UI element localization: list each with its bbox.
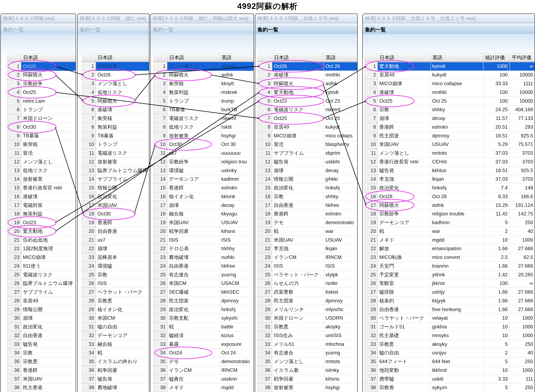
cell-ja[interactable]: 戦争回避 [167, 227, 220, 236]
window-titlebar[interactable]: 検索[４９９２阿蘇.sea] [1, 14, 76, 23]
cell-stat[interactable]: 2 [483, 349, 510, 357]
cell-avg[interactable]: 1000 [510, 314, 535, 323]
cell-en[interactable]: asfnk [220, 71, 254, 79]
cell-en[interactable]: eshnkn [324, 210, 358, 219]
cell-ja[interactable]: Oct25 [378, 97, 431, 106]
cell-en[interactable]: Oct 26 [324, 62, 358, 71]
cell-stat[interactable]: 24.25 [483, 106, 510, 114]
cell-avg[interactable]: 250 [510, 357, 535, 366]
cell-en[interactable]: trump [220, 97, 254, 106]
cell-ja[interactable]: 阿蘇噴火 [96, 97, 149, 106]
cell-ja[interactable]: イスラムの終わり [96, 357, 149, 366]
cell-stat[interactable]: 1.66 [483, 244, 510, 253]
cell-avg[interactable]: 27.666 [510, 262, 535, 271]
cell-ja[interactable]: 有志連合 [167, 271, 220, 279]
cell-en[interactable]: velayat [431, 314, 483, 323]
cell-en[interactable]: rsntkr [324, 279, 358, 288]
cell-en[interactable]: hkfree [324, 201, 358, 210]
cell-en[interactable]: kytndt [324, 88, 358, 97]
cell-stat[interactable]: 1.66 [483, 297, 510, 305]
cell-en[interactable]: decay [431, 114, 483, 123]
cell-stat[interactable]: 37.03 [483, 158, 510, 166]
cell-avg[interactable]: 925.5 [510, 131, 535, 140]
cell-ja[interactable]: 臨界プルトニウム爆弾 [96, 166, 149, 175]
cell-en[interactable]: rskemf [324, 106, 358, 114]
cell-en[interactable]: CEHrtr [431, 158, 483, 166]
column-header[interactable]: 統計評価 [483, 53, 510, 62]
cell-ja[interactable]: 低地リスク [21, 166, 76, 175]
cell-en[interactable]: yusrng [220, 271, 254, 279]
cell-ja[interactable]: 李克強 [272, 244, 324, 253]
cell-en[interactable]: dpmnsy [324, 297, 358, 305]
cell-ja[interactable]: 驚天動地 [378, 62, 431, 71]
cell-en[interactable]: dpmnsy [220, 297, 254, 305]
cell-en[interactable]: goldna [431, 322, 483, 331]
cell-en[interactable]: Oct 25 [324, 114, 358, 123]
cell-ja[interactable]: トランプ [21, 106, 76, 114]
cell-ja[interactable]: Oct26 [21, 62, 76, 71]
column-header[interactable] [82, 53, 96, 62]
tab-aggregate-list[interactable]: 集約一覧 [78, 25, 149, 34]
cell-en[interactable]: kadhmn [220, 175, 254, 184]
cell-ja[interactable]: 核イオン化 [167, 192, 220, 201]
cell-en[interactable]: 644 feet [431, 357, 483, 366]
cell-stat[interactable]: 18.51 [483, 131, 510, 140]
cell-en[interactable]: emancipation [431, 244, 483, 253]
tab-aggregate-list[interactable]: 集約一覧 [255, 25, 357, 34]
cell-ja[interactable]: 米国UAV [21, 375, 76, 383]
cell-ja[interactable]: TB暴落 [21, 131, 76, 140]
cell-en[interactable]: mgdd [431, 236, 483, 244]
cell-ja[interactable]: 崩壊 [96, 244, 149, 253]
cell-en[interactable]: yusrng [324, 349, 358, 357]
cell-ja[interactable]: 港破壊 [378, 88, 431, 97]
cell-ja[interactable]: 暴露 [167, 340, 220, 349]
column-header[interactable]: 日本語 [378, 53, 431, 62]
cell-ja[interactable]: 宗教悪 [272, 322, 324, 331]
cell-avg[interactable]: 1111 [510, 79, 535, 88]
cell-ja[interactable]: 香港餌 [272, 210, 324, 219]
cell-ja[interactable]: 宗教 [21, 349, 76, 357]
cell-en[interactable]: asfnk [324, 79, 358, 88]
cell-ja[interactable]: メンツ落とし [272, 357, 324, 366]
cell-en[interactable]: tkkhnd [431, 366, 483, 375]
cell-ja[interactable]: 電磁波リスク [272, 106, 324, 114]
cell-ja[interactable]: 戦 [378, 227, 431, 236]
cell-en[interactable]: jkknst [431, 279, 483, 288]
cell-avg[interactable]: ∞ [510, 279, 535, 288]
cell-avg[interactable]: 10000 [510, 88, 535, 97]
cell-en[interactable]: USUAV [324, 236, 358, 244]
cell-stat[interactable]: 8.33 [483, 192, 510, 201]
column-header[interactable] [7, 53, 21, 62]
cell-en[interactable]: mnthki [431, 88, 483, 97]
cell-en[interactable]: rskemf [220, 114, 254, 123]
cell-ja[interactable]: Oct26 [96, 71, 149, 79]
cell-ja[interactable]: 宗教紛争 [378, 210, 431, 219]
cell-ja[interactable]: SEC爆破 [167, 288, 220, 297]
cell-avg[interactable]: 27.666 [510, 305, 535, 314]
cell-en[interactable]: bskist [324, 288, 358, 297]
cell-ja[interactable]: Oct25 [272, 114, 324, 123]
cell-en[interactable]: uuuuuuu [220, 149, 254, 158]
cell-stat[interactable]: 10 [483, 314, 510, 323]
cell-ja[interactable]: 宗教悪 [96, 297, 149, 305]
cell-ja[interactable]: 衝突核 [167, 79, 220, 88]
cell-en[interactable]: USDRN [324, 314, 358, 323]
cell-ja[interactable]: 農地破壊 [96, 383, 149, 392]
cell-ja[interactable]: 宗教 [272, 192, 324, 201]
cell-ja[interactable]: 臨界プルトニウム爆弾 [21, 279, 76, 288]
window-titlebar[interactable]: 検索[４９９２阿蘇＿台風１９号.sea] [255, 14, 357, 23]
cell-ja[interactable]: メンツ落とし [378, 149, 431, 158]
cell-en[interactable]: mico collapse [431, 79, 483, 88]
cell-en[interactable]: war [324, 227, 358, 236]
cell-en[interactable]: shhky [324, 192, 358, 201]
cell-en[interactable]: lkqan [324, 244, 358, 253]
cell-ja[interactable]: 情報公開 [272, 175, 324, 184]
cell-en[interactable]: bkhSEC [220, 288, 254, 297]
cell-ja[interactable]: ゴールド51 [378, 322, 431, 331]
cell-ja[interactable]: サブプライム [96, 175, 149, 184]
cell-en[interactable]: nuthki [220, 253, 254, 262]
cell-ja[interactable]: Oct26 [272, 62, 324, 71]
cell-en[interactable]: mlynchc [324, 305, 358, 314]
cell-stat[interactable]: 3.33 [483, 375, 510, 383]
cell-ja[interactable]: 宗教善 [378, 383, 431, 392]
